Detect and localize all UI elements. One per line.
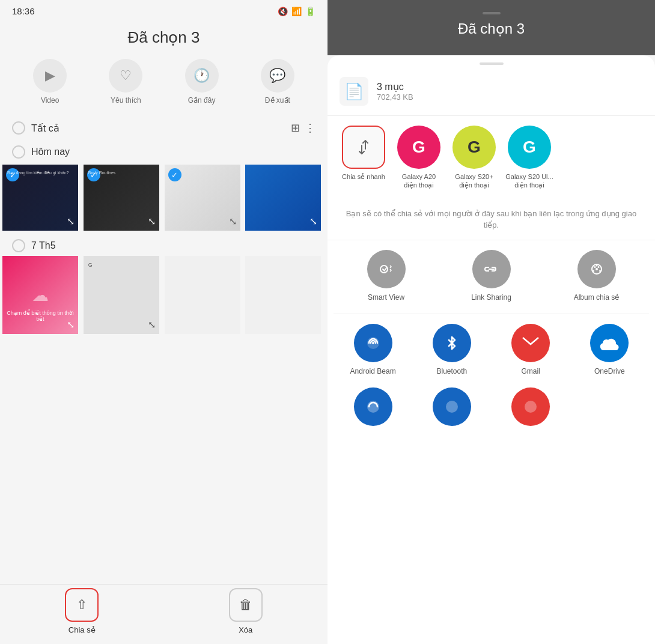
bluetooth-label: Bluetooth [437, 367, 468, 375]
smart-view-label: Smart View [368, 293, 404, 302]
app-unknown-2[interactable] [422, 387, 482, 426]
date-radio[interactable] [12, 239, 25, 252]
svg-point-7 [597, 266, 599, 268]
svg-point-3 [596, 264, 597, 266]
expand-icon-3: ⤡ [229, 216, 237, 227]
sheet-handle [480, 62, 504, 65]
file-details: 3 mục 702,43 KB [377, 81, 413, 102]
device-s20ul[interactable]: G Galaxy S20 Ul...điện thoại [505, 126, 553, 190]
delete-icon: 🗑 [229, 588, 263, 622]
expand-icon-1: ⤡ [67, 216, 75, 227]
apps-section: Smart View Link Sharing [328, 240, 655, 448]
edit-icon[interactable]: ⊞ [291, 121, 300, 135]
more-icon[interactable]: ⋮ [305, 121, 315, 135]
device-s20plus-label: Galaxy S20+điện thoại [455, 172, 493, 190]
device-a20-label: Galaxy A20điện thoại [402, 172, 436, 190]
app-bluetooth[interactable]: Bluetooth [422, 324, 482, 375]
favorites-icon: ♡ [109, 59, 142, 93]
album-label: Album chia sẻ [574, 293, 620, 302]
file-icon: 📄 [340, 77, 368, 106]
app-album[interactable]: Album chia sẻ [567, 250, 627, 302]
svg-point-12 [446, 401, 458, 413]
svg-point-6 [594, 266, 596, 268]
left-title: Đã chọn 3 [0, 22, 328, 59]
toolbar-icons: ⊞ ⋮ [291, 121, 315, 135]
unknown-1-icon [354, 387, 392, 426]
date-header: 7 Th5 [0, 231, 328, 256]
category-favorites[interactable]: ♡ Yêu thích [109, 59, 142, 105]
video-icon: ▶ [33, 59, 67, 93]
category-recent[interactable]: 🕐 Gần đây [185, 59, 219, 105]
quick-share-row: Chia sẻ nhanh G Galaxy A20điện thoại G G… [328, 116, 655, 199]
svg-point-10 [372, 342, 374, 344]
share-icon: ⇧ [65, 588, 99, 622]
category-row: ▶ Video ♡ Yêu thích 🕐 Gần đây 💬 Đề xuất [0, 59, 328, 117]
device-s20plus[interactable]: G Galaxy S20+điện thoại [450, 126, 498, 190]
app-unknown-1[interactable] [343, 387, 403, 426]
checkmark-3: ✓ [168, 168, 181, 181]
delete-label: Xóa [239, 625, 252, 634]
expand-date-1: ⤡ [67, 319, 75, 330]
quick-share-label: Chia sẻ nhanh [342, 172, 385, 181]
share-info-text: Bạn sẽ có thể chia sẻ với mọi người ở đâ… [328, 199, 655, 240]
apps-row-2: Android Beam Bluetooth [334, 324, 649, 375]
file-count: 3 mục [377, 81, 413, 93]
app-android-beam[interactable]: Android Beam [343, 324, 403, 375]
all-radio[interactable] [12, 121, 25, 135]
status-icons: 🔇 📶 🔋 [278, 7, 315, 16]
category-recent-label: Gần đây [188, 96, 216, 105]
all-row: Tất cả ⊞ ⋮ [0, 117, 328, 139]
share-sheet: 📄 3 mục 702,43 KB Chia sẻ nhanh G Galaxy… [328, 55, 655, 644]
apps-row-3 [334, 387, 649, 426]
right-header: Đã chọn 3 [328, 0, 655, 55]
android-beam-label: Android Beam [350, 367, 396, 375]
thumb-3[interactable]: ✓ ⤡ [165, 165, 240, 231]
app-onedrive[interactable]: OneDrive [579, 324, 639, 375]
signal-icon: 📶 [291, 7, 302, 16]
right-panel: Đã chọn 3 📄 3 mục 702,43 KB Chia sẻ nhan [328, 0, 655, 644]
share-button[interactable]: ⇧ Chia sẻ [65, 588, 99, 634]
date-thumb-2[interactable]: G ⤡ [84, 256, 159, 334]
category-suggest[interactable]: 💬 Đề xuất [261, 59, 294, 105]
battery-icon: 🔋 [305, 7, 315, 16]
thumb-2[interactable]: ✓ Body Routines ⤡ [84, 165, 159, 231]
file-size: 702,43 KB [377, 93, 413, 102]
smart-view-icon [367, 250, 406, 288]
device-a20-avatar: G [397, 126, 440, 169]
thumb-4[interactable]: ⤡ [245, 165, 321, 231]
device-a20[interactable]: G Galaxy A20điện thoại [395, 126, 443, 190]
gmail-label: Gmail [521, 367, 540, 375]
today-radio[interactable] [12, 145, 25, 159]
delete-button[interactable]: 🗑 Xóa [229, 588, 263, 634]
link-sharing-icon [472, 250, 511, 288]
file-info-row: 📄 3 mục 702,43 KB [328, 71, 655, 116]
app-smart-view[interactable]: Smart View [356, 250, 416, 302]
all-label: Tất cả [31, 123, 59, 134]
all-left: Tất cả [12, 121, 59, 135]
onedrive-icon [590, 324, 629, 362]
bottom-bar: ⇧ Chia sẻ 🗑 Xóa [0, 584, 328, 644]
date-thumbs: ☁ Chạm để biết thông tin thời tiết ⤡ G ⤡ [0, 256, 328, 334]
android-beam-icon [354, 324, 392, 362]
device-s20plus-avatar: G [452, 126, 496, 169]
quick-share-button[interactable]: Chia sẻ nhanh [340, 126, 388, 181]
device-s20ul-label: Galaxy S20 Ul...điện thoại [505, 172, 553, 190]
time-display: 18:36 [12, 6, 35, 16]
apps-row-1: Smart View Link Sharing [334, 250, 649, 302]
category-video[interactable]: ▶ Video [33, 59, 67, 105]
app-gmail[interactable]: Gmail [501, 324, 561, 375]
thumb-1[interactable]: ✓ Bạn đang tìm kiếm điều gì khác? ⤡ [2, 165, 78, 231]
svg-rect-1 [489, 269, 495, 270]
app-link-sharing[interactable]: Link Sharing [462, 250, 522, 302]
left-panel: 18:36 🔇 📶 🔋 Đã chọn 3 ▶ Video ♡ Yêu thíc… [0, 0, 328, 644]
device-s20ul-avatar: G [508, 126, 551, 169]
app-unknown-4 [579, 387, 639, 426]
app-unknown-3[interactable] [501, 387, 561, 426]
svg-point-13 [525, 401, 537, 413]
today-label: Hôm nay [31, 147, 70, 157]
expand-date-2: ⤡ [148, 319, 156, 330]
date-thumb-1[interactable]: ☁ Chạm để biết thông tin thời tiết ⤡ [2, 256, 78, 334]
right-title: Đã chọn 3 [340, 20, 643, 37]
divider [334, 314, 649, 314]
date-thumb-3 [165, 256, 240, 334]
